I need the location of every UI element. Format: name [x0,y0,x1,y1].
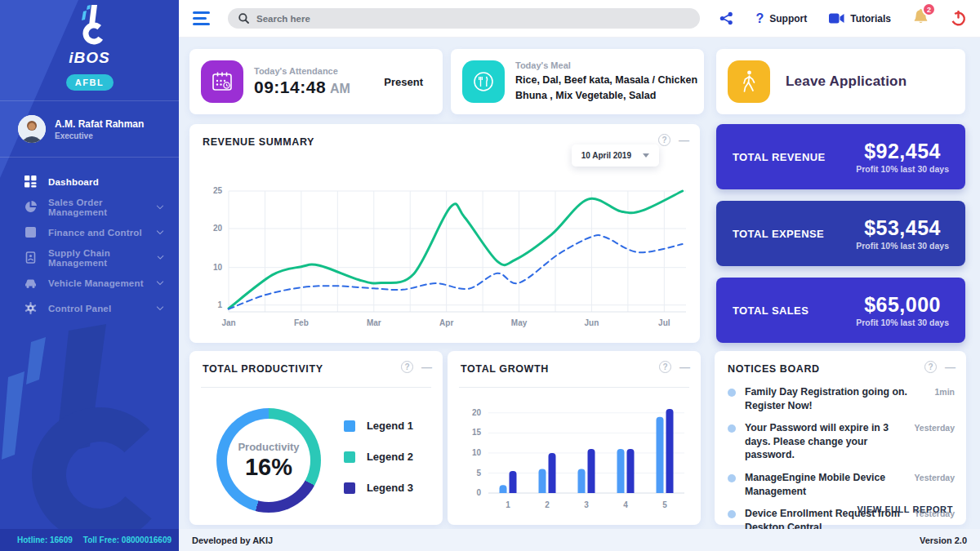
legend-swatch [344,451,355,463]
company-badge[interactable]: AFBL [66,74,114,91]
notice-text: ManageEngine Mobile Device Management [745,471,905,498]
sidebar-item-dashboard[interactable]: Dashboard [0,169,179,194]
topbar: ? Support Tutorials 2 [179,0,980,38]
donut-legend: Legend 1 Legend 2 Legend 3 [344,420,413,494]
ibos-logo-icon [71,5,109,47]
date-filter-dropdown[interactable]: 10 April 2019 [572,144,659,167]
attendance-status: Present [384,76,431,88]
donut-center-label: Productivity [238,441,299,453]
logo: iBOS [0,0,179,67]
leave-application-label: Leave Application [786,73,906,90]
finance-icon [24,226,37,238]
search-bar[interactable] [228,8,700,29]
total-revenue-card: TOTAL REVENUE $92,454 Profit 10% last 30… [716,124,965,189]
total-sales-label: TOTAL SALES [733,304,808,317]
notice-item[interactable]: ManageEngine Mobile Device Management Ye… [728,471,955,498]
gear-icon [24,302,37,314]
sidebar-item-supply-chain[interactable]: Supply Chain Management [0,245,179,270]
total-revenue-value: $92,454 [856,140,949,163]
power-icon [951,11,966,26]
user-profile[interactable]: A.M. Rafat Rahman Executive [0,111,179,147]
help-icon[interactable]: ? [924,361,937,373]
total-expense-label: TOTAL EXPENSE [733,228,824,240]
svg-text:Jan: Jan [221,318,235,327]
growth-bar-chart: 0510152012345 [452,392,697,521]
revenue-title: REVENUE SUMMARY [203,136,314,148]
legend-swatch [344,420,355,432]
leave-card[interactable]: Leave Application [716,49,965,114]
share-button[interactable] [719,11,733,25]
collapse-icon[interactable]: — [679,135,689,145]
logo-watermark [0,300,179,544]
attendance-meridiem: AM [330,82,350,96]
total-sales-card: TOTAL SALES $65,000 Profit 10% last 30 d… [716,278,965,343]
svg-text:2: 2 [545,500,550,509]
svg-text:4: 4 [623,500,628,509]
share-icon [719,11,733,25]
sidebar-item-sales-order[interactable]: Sales Order Management [0,194,179,220]
car-icon [24,277,37,289]
search-input[interactable] [256,14,689,24]
logout-button[interactable] [951,11,966,26]
calendar-icon [201,60,243,103]
help-icon[interactable]: ? [401,361,413,373]
sidebar-item-vehicle[interactable]: Vehicle Management [0,270,179,295]
legend-label: Legend 1 [367,420,413,432]
svg-text:1: 1 [217,300,222,309]
svg-text:Feb: Feb [294,318,309,327]
notices-title: NOTICES BOARD [728,363,820,375]
total-revenue-sub: Profit 10% last 30 days [856,164,949,174]
chevron-down-icon [643,153,649,158]
meal-menu: Rice, Dal, Beef kata, Masala / Chicken B… [515,73,721,104]
sidebar-footer: Hotline: 16609 Toll Free: 08000016609 [0,529,179,551]
legend-item-3: Legend 3 [344,482,413,494]
revenue-line-chart: 1102025JanFebMarAprMayJunJul [196,180,694,340]
user-role: Executive [55,131,144,140]
clipboard-icon [24,251,37,264]
hotline-label: Hotline: 16609 [17,535,73,544]
menu-toggle-icon[interactable] [193,11,210,26]
svg-text:10: 10 [472,448,482,457]
help-icon[interactable]: ? [658,134,670,146]
tutorials-button[interactable]: Tutorials [829,13,891,24]
sidebar-item-label: Supply Chain Management [48,248,158,268]
sidebar-item-control-panel[interactable]: Control Panel [0,295,179,321]
productivity-card: TOTAL PRODUCTIVITY ? — Productivity 16% … [189,351,443,525]
total-expense-sub: Profit 10% last 30 days [856,241,949,251]
collapse-icon[interactable]: — [679,362,690,372]
notice-time: Yesterday [914,421,955,462]
attendance-title: Today's Attendance [254,66,350,76]
version-label: Version 2.0 [920,535,967,545]
avatar [18,115,46,143]
svg-text:5: 5 [476,469,481,478]
productivity-title: TOTAL PRODUCTIVITY [203,363,323,375]
productivity-donut-chart: Productivity 16% [216,408,321,513]
legend-label: Legend 3 [367,482,413,494]
notice-list: Family Day Registration going on. Regist… [728,385,955,543]
view-full-report-link[interactable]: VIEW FULL REPORT [857,504,953,514]
svg-text:Apr: Apr [439,318,453,327]
total-sales-sub: Profit 10% last 30 days [856,318,949,327]
sidebar-item-label: Finance and Control [48,228,142,238]
sidebar-item-finance[interactable]: Finance and Control [0,220,179,245]
support-button[interactable]: ? Support [755,11,807,26]
pie-chart-icon [24,201,37,213]
meal-title: Today's Meal [515,60,721,70]
total-sales-value: $65,000 [856,293,949,317]
walking-person-icon [728,60,770,103]
notice-time: Yesterday [914,471,955,498]
developed-by-label: Developed by AKIJ [192,535,273,545]
help-icon[interactable]: ? [659,361,671,373]
collapse-icon[interactable]: — [421,362,432,372]
notice-text: Family Day Registration going on. Regist… [745,385,915,412]
growth-card: TOTAL GROWTH ? — 0510152012345 [448,351,701,525]
svg-text:May: May [511,318,528,327]
notice-dot [728,389,736,397]
attendance-card: Today's Attendance 09:14:48 AM Present [189,49,443,114]
notice-dot [728,424,736,433]
collapse-icon[interactable]: — [945,362,956,372]
notice-item[interactable]: Family Day Registration going on. Regist… [728,385,955,412]
notifications-button[interactable]: 2 [913,8,929,29]
notice-item[interactable]: Your Password will expire in 3 days. Ple… [728,421,955,462]
growth-title: TOTAL GROWTH [461,363,549,375]
